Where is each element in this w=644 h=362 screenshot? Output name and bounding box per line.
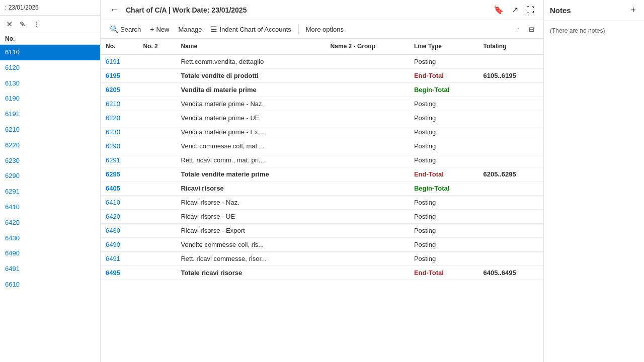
cell-no2	[138, 139, 176, 153]
col-header-no-[interactable]: No.	[101, 39, 138, 54]
cell-no: 6230	[101, 125, 138, 139]
share-icon: ↑	[517, 26, 520, 33]
indent-chart-button[interactable]: ☰ Indent Chart of Accounts	[207, 23, 295, 36]
sidebar-item[interactable]: 6290	[0, 168, 100, 184]
cell-no: 6290	[101, 139, 138, 153]
sidebar-item[interactable]: 6410	[0, 200, 100, 215]
col-header-no--2[interactable]: No. 2	[138, 39, 176, 54]
table-row[interactable]: 6430Ricavi risorse - ExportPosting	[101, 224, 543, 238]
table-header-row: No.No. 2NameName 2 - GroupLine TypeTotal…	[101, 39, 543, 54]
sidebar-item[interactable]: 6420	[0, 215, 100, 231]
table-row[interactable]: 6191Rett.comm.vendita, dettaglioPosting	[101, 54, 543, 69]
new-button[interactable]: + New	[146, 23, 173, 36]
table-row[interactable]: 6491Rett. ricavi commesse, risor...Posti…	[101, 252, 543, 266]
table-row[interactable]: 6495Totale ricavi risorseEnd-Total6405..…	[101, 266, 543, 280]
sidebar-item[interactable]: 6490	[0, 246, 100, 261]
cell-no2	[138, 83, 176, 97]
filter-button[interactable]: ⊟	[525, 23, 538, 36]
cell-line-type: Posting	[409, 54, 478, 69]
cell-name: Vendita materie prime - Naz.	[176, 97, 325, 111]
sidebar-item[interactable]: 6610	[0, 277, 100, 293]
table-row[interactable]: 6195Totale vendite di prodottiEnd-Total6…	[101, 69, 543, 83]
actionbar: 🔍 Search + New Manage ☰ Indent Chart of …	[101, 20, 543, 39]
cell-line-type: Posting	[409, 139, 478, 153]
table-row[interactable]: 6420Ricavi risorse - UEPosting	[101, 210, 543, 224]
sidebar-item[interactable]: 6190	[0, 91, 100, 107]
sidebar-edit-btn[interactable]: ✎	[17, 19, 28, 30]
table-row[interactable]: 6230Vendita materie prime - Ex...Posting	[101, 125, 543, 139]
search-label: Search	[120, 26, 141, 33]
table-row[interactable]: 6291Rett. ricavi comm., mat. pri...Posti…	[101, 153, 543, 167]
more-options-label: More options	[306, 26, 344, 33]
table-row[interactable]: 6295Totale vendite materie primeEnd-Tota…	[101, 167, 543, 182]
expand-button[interactable]: ⛶	[523, 3, 537, 17]
cell-name2-group	[326, 97, 409, 111]
cell-name: Rett. ricavi commesse, risor...	[176, 252, 325, 266]
sidebar-item[interactable]: 6430	[0, 231, 100, 246]
back-button[interactable]: ←	[107, 4, 122, 16]
table-row[interactable]: 6205Vendita di materie primeBegin-Total	[101, 83, 543, 97]
cell-totaling	[478, 182, 543, 196]
share-button[interactable]: ↑	[513, 23, 524, 36]
sidebar-item[interactable]: 6130	[0, 76, 100, 92]
cell-no: 6491	[101, 252, 138, 266]
table-row[interactable]: 6490Vendite commesse coll, ris...Posting	[101, 238, 543, 252]
sidebar-item[interactable]: 6120	[0, 60, 100, 76]
cell-line-type: Posting	[409, 111, 478, 125]
new-label: New	[156, 26, 169, 33]
col-header-totaling[interactable]: Totaling	[478, 39, 543, 54]
search-button[interactable]: 🔍 Search	[106, 23, 145, 36]
sidebar-item[interactable]: 6191	[0, 107, 100, 122]
cell-name: Ricavi risorse	[176, 182, 325, 196]
bookmark-button[interactable]: 🔖	[491, 3, 507, 17]
cell-name2-group	[326, 238, 409, 252]
cell-no: 6405	[101, 182, 138, 196]
cell-line-type: Posting	[409, 196, 478, 210]
table-wrapper: No.No. 2NameName 2 - GroupLine TypeTotal…	[101, 39, 543, 362]
col-header-line-type[interactable]: Line Type	[409, 39, 478, 54]
sidebar-item[interactable]: 6291	[0, 184, 100, 200]
cell-name2-group	[326, 196, 409, 210]
sidebar-item[interactable]: 6491	[0, 261, 100, 277]
table-row[interactable]: 6405Ricavi risorseBegin-Total	[101, 182, 543, 196]
col-header-name-2---group[interactable]: Name 2 - Group	[326, 39, 409, 54]
table-row[interactable]: 6410Ricavi risorse - Naz.Posting	[101, 196, 543, 210]
cell-line-type: End-Total	[409, 266, 478, 280]
action-right-group: ↑ ⊟	[513, 23, 539, 36]
cell-no2	[138, 196, 176, 210]
notes-empty-text: (There are no notes)	[544, 21, 644, 40]
notes-panel: Notes + (There are no notes)	[543, 0, 644, 362]
sidebar-item[interactable]: 6110	[0, 45, 100, 60]
sidebar-item[interactable]: 6230	[0, 153, 100, 169]
cell-line-type: Posting	[409, 97, 478, 111]
cell-no2	[138, 182, 176, 196]
notes-add-button[interactable]: +	[628, 4, 638, 17]
cell-no: 6191	[101, 54, 138, 69]
table-row[interactable]: 6220Vendita materie prime - UEPosting	[101, 111, 543, 125]
cell-line-type: End-Total	[409, 167, 478, 182]
cell-name: Vendita materie prime - UE	[176, 111, 325, 125]
col-header-name[interactable]: Name	[176, 39, 325, 54]
sidebar-close-btn[interactable]: ✕	[4, 19, 15, 30]
sidebar-item[interactable]: 6210	[0, 122, 100, 138]
cell-name: Vend. commesse coll, mat ...	[176, 139, 325, 153]
manage-button[interactable]: Manage	[174, 23, 206, 36]
cell-name: Vendite commesse coll, ris...	[176, 238, 325, 252]
cell-no2	[138, 167, 176, 182]
cell-no: 6195	[101, 69, 138, 83]
sidebar-item[interactable]: 6220	[0, 138, 100, 153]
cell-no2	[138, 238, 176, 252]
table-row[interactable]: 6210Vendita materie prime - Naz.Posting	[101, 97, 543, 111]
open-in-new-button[interactable]: ↗	[509, 3, 521, 17]
cell-no2	[138, 69, 176, 83]
sidebar-list: 6110612061306190619162106220623062906291…	[0, 45, 100, 362]
sidebar-more-btn[interactable]: ⋮	[30, 19, 42, 30]
cell-name: Ricavi risorse - Naz.	[176, 196, 325, 210]
more-options-button[interactable]: More options	[302, 23, 348, 36]
manage-label: Manage	[178, 26, 202, 33]
cell-totaling	[478, 125, 543, 139]
table-row[interactable]: 6290Vend. commesse coll, mat ...Posting	[101, 139, 543, 153]
cell-no: 6295	[101, 167, 138, 182]
cell-line-type: Posting	[409, 153, 478, 167]
cell-no2	[138, 54, 176, 69]
